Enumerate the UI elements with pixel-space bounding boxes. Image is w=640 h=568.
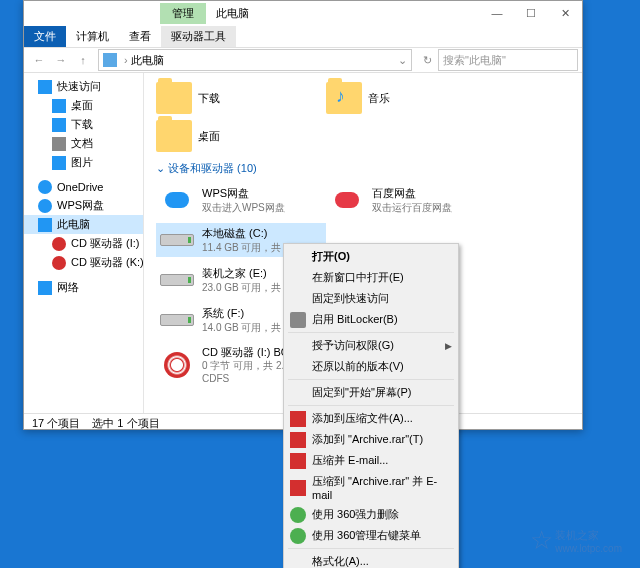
onedrive-icon [38, 180, 52, 194]
sidebar-cd-k[interactable]: CD 驱动器 (K:) BON [24, 253, 143, 272]
status-selected-count: 选中 1 个项目 [92, 416, 159, 431]
back-button[interactable]: ← [28, 49, 50, 71]
folder-downloads[interactable]: 下载 [156, 82, 326, 114]
cm-pin-start[interactable]: 固定到"开始"屏幕(P) [286, 382, 456, 403]
wps-icon [38, 199, 52, 213]
cm-grant-access[interactable]: 授予访问权限(G)▶ [286, 335, 456, 356]
minimize-button[interactable]: — [480, 1, 514, 25]
bitlocker-icon [290, 312, 306, 328]
menu-file[interactable]: 文件 [24, 26, 66, 47]
cm-compress-email[interactable]: 压缩并 E-mail... [286, 450, 456, 471]
menubar: 文件 计算机 查看 驱动器工具 [24, 25, 582, 47]
cm-360-menu[interactable]: 使用 360管理右键菜单 [286, 525, 456, 546]
cd-icon [52, 237, 66, 251]
watermark: ☆ 装机之家 www.lotpc.com [530, 525, 622, 556]
rar-icon [290, 453, 306, 469]
star-icon [38, 80, 52, 94]
sidebar-documents[interactable]: 文档 [24, 134, 143, 153]
cloud-icon [158, 185, 196, 215]
cm-previous-versions[interactable]: 还原以前的版本(V) [286, 356, 456, 377]
cm-open-new-window[interactable]: 在新窗口中打开(E) [286, 267, 456, 288]
folder-desktop[interactable]: 桌面 [156, 120, 326, 152]
watermark-title: 装机之家 [555, 529, 599, 541]
sidebar-thispc[interactable]: 此电脑 [24, 215, 143, 234]
close-button[interactable]: ✕ [548, 1, 582, 25]
document-icon [52, 137, 66, 151]
drive-wps[interactable]: WPS网盘双击进入WPS网盘 [156, 183, 326, 217]
status-item-count: 17 个项目 [32, 416, 80, 431]
maximize-button[interactable]: ☐ [514, 1, 548, 25]
forward-button[interactable]: → [50, 49, 72, 71]
folder-icon [156, 82, 192, 114]
refresh-button[interactable]: ↻ [416, 49, 438, 71]
address-text: 此电脑 [131, 53, 164, 68]
sidebar-desktop[interactable]: 桌面 [24, 96, 143, 115]
sidebar-onedrive[interactable]: OneDrive [24, 178, 143, 196]
cm-360-shred[interactable]: 使用 360强力删除 [286, 504, 456, 525]
cm-add-archive[interactable]: 添加到压缩文件(A)... [286, 408, 456, 429]
menu-drive-tools[interactable]: 驱动器工具 [161, 26, 236, 47]
context-menu: 打开(O) 在新窗口中打开(E) 固定到快速访问 启用 BitLocker(B)… [283, 243, 459, 568]
search-input[interactable]: 搜索"此电脑" [438, 49, 578, 71]
network-icon [38, 281, 52, 295]
titlebar: 管理 此电脑 — ☐ ✕ [24, 1, 582, 25]
sidebar-pictures[interactable]: 图片 [24, 153, 143, 172]
cd-icon [52, 256, 66, 270]
sidebar-downloads[interactable]: 下载 [24, 115, 143, 134]
baidu-icon [328, 185, 366, 215]
cm-format[interactable]: 格式化(A)... [286, 551, 456, 568]
download-icon [52, 118, 66, 132]
rar-icon [290, 480, 306, 496]
window-title: 此电脑 [216, 6, 249, 21]
menu-view[interactable]: 查看 [119, 26, 161, 47]
ribbon-tab-manage[interactable]: 管理 [160, 3, 206, 24]
address-bar: ← → ↑ › 此电脑 ⌄ ↻ 搜索"此电脑" [24, 47, 582, 73]
star-icon: ☆ [530, 525, 553, 556]
drive-baidu[interactable]: 百度网盘双击运行百度网盘 [326, 183, 496, 217]
360-icon [290, 507, 306, 523]
picture-icon [52, 156, 66, 170]
up-button[interactable]: ↑ [72, 49, 94, 71]
hdd-icon [158, 225, 196, 255]
hdd-icon [158, 265, 196, 295]
address-input[interactable]: › 此电脑 ⌄ [98, 49, 412, 71]
cm-open[interactable]: 打开(O) [286, 246, 456, 267]
cd-icon [158, 350, 196, 380]
folder-music[interactable]: ♪音乐 [326, 82, 496, 114]
cm-add-rar[interactable]: 添加到 "Archive.rar"(T) [286, 429, 456, 450]
sidebar-wps[interactable]: WPS网盘 [24, 196, 143, 215]
cm-bitlocker[interactable]: 启用 BitLocker(B) [286, 309, 456, 330]
folder-icon [156, 120, 192, 152]
sidebar-quick-access[interactable]: 快速访问 [24, 77, 143, 96]
section-devices-header[interactable]: ⌄ 设备和驱动器 (10) [156, 161, 570, 176]
watermark-url: www.lotpc.com [555, 543, 622, 554]
menu-computer[interactable]: 计算机 [66, 26, 119, 47]
sidebar-cd-i[interactable]: CD 驱动器 (I:) BONJ [24, 234, 143, 253]
360-icon [290, 528, 306, 544]
desktop-icon [52, 99, 66, 113]
cm-compress-rar-email[interactable]: 压缩到 "Archive.rar" 并 E-mail [286, 471, 456, 504]
sidebar: 快速访问 桌面 下载 文档 图片 OneDrive WPS网盘 此电脑 CD 驱… [24, 73, 144, 413]
rar-icon [290, 411, 306, 427]
thispc-icon [103, 53, 117, 67]
folder-icon: ♪ [326, 82, 362, 114]
rar-icon [290, 432, 306, 448]
sidebar-network[interactable]: 网络 [24, 278, 143, 297]
thispc-icon [38, 218, 52, 232]
cm-pin-quick-access[interactable]: 固定到快速访问 [286, 288, 456, 309]
hdd-icon [158, 305, 196, 335]
